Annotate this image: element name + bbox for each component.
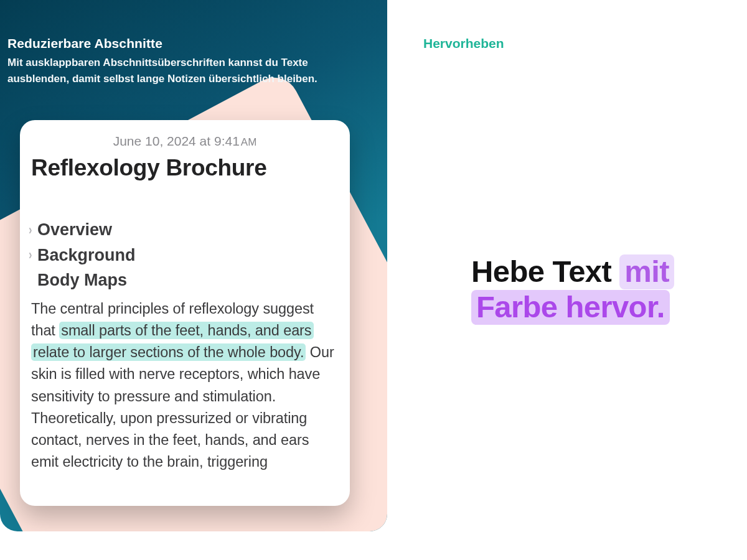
section-label: Overview	[37, 217, 112, 243]
note-date-ampm: AM	[241, 136, 257, 148]
left-card-title: Reduzierbare Abschnitte	[7, 36, 369, 51]
left-card-header: Reduzierbare Abschnitte Mit ausklappbare…	[7, 36, 369, 88]
hero-plain: Hebe Text	[471, 254, 619, 288]
section-body-maps[interactable]: › Body Maps	[31, 268, 339, 293]
section-background[interactable]: › Background	[31, 243, 339, 268]
section-label: Background	[37, 243, 136, 268]
note-body-post: Our skin is filled with nerve receptors,…	[31, 344, 334, 470]
chevron-right-icon: ›	[23, 245, 32, 265]
note-body: The central principles of reflexology su…	[31, 298, 339, 474]
section-label: Body Maps	[37, 268, 127, 293]
section-overview[interactable]: › Overview	[31, 217, 339, 243]
highlight-card: Hervorheben Hebe Text mit Farbe hervor.	[405, 0, 747, 531]
left-card-subtitle: Mit ausklappbaren Abschnittsüberschrifte…	[7, 55, 369, 88]
note-preview: June 10, 2024 at 9:41AM Reflexology Broc…	[20, 120, 350, 506]
note-date: June 10, 2024 at 9:41AM	[31, 134, 339, 149]
note-date-text: June 10, 2024 at 9:41	[113, 134, 240, 148]
highlight-hero: Hebe Text mit Farbe hervor.	[471, 254, 722, 325]
hero-highlight-2: Farbe hervor.	[471, 290, 670, 325]
chevron-right-icon: ›	[23, 220, 32, 240]
hero-highlight-1: mit	[619, 254, 674, 289]
note-body-highlight: small parts of the feet, hands, and ears…	[31, 322, 314, 361]
highlight-eyebrow: Hervorheben	[423, 36, 504, 51]
note-sections: › Overview › Background › Body Maps The …	[31, 217, 339, 474]
collapsible-sections-card: Reduzierbare Abschnitte Mit ausklappbare…	[0, 0, 387, 531]
note-title: Reflexology Brochure	[31, 155, 339, 181]
